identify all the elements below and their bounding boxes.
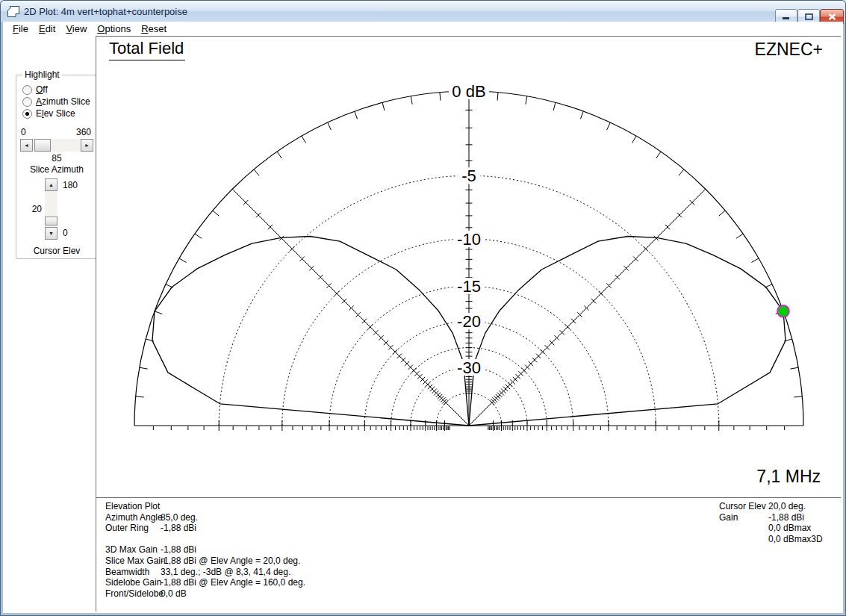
azimuth-max-label: 360 — [76, 127, 91, 137]
cursor-elev-caption: Cursor Elev — [16, 246, 97, 256]
ring-label--5dB: -5 — [461, 167, 476, 185]
maximize-icon — [805, 13, 813, 20]
slice-azimuth-left-arrow[interactable]: ◄ — [20, 139, 33, 152]
polar-plot: 0 dB-5-10-15-20-30 — [96, 37, 841, 497]
arc-tick-110deg — [355, 111, 358, 119]
window-title: 2D Plot: 4m vert+tophat+counterpoise — [24, 6, 187, 17]
arc-tick-150deg — [179, 258, 187, 263]
ring-label--30dB: -30 — [457, 358, 481, 377]
radio-label: Elev Slice — [36, 108, 75, 119]
title-bar[interactable]: 2D Plot: 4m vert+tophat+counterpoise — [1, 1, 845, 22]
arc-tick-105deg — [382, 102, 385, 111]
arc-tick-120deg — [302, 136, 306, 143]
status-value: -1,88 dBi @ Elev Angle = 20,0 deg. — [161, 556, 300, 566]
azimuth-min-label: 0 — [21, 127, 26, 137]
menu-bar: FileEditViewOptionsReset — [3, 22, 843, 36]
arc-tick-80deg — [526, 96, 527, 105]
status-label: Cursor Elev — [719, 501, 766, 511]
close-icon — [828, 13, 836, 20]
highlight-group-label: Highlight — [22, 69, 62, 80]
cursor-elev-max-label: 180 — [63, 180, 78, 190]
plot-title: Total Field — [109, 39, 185, 60]
status-label: Beamwidth — [105, 567, 149, 577]
arc-tick-135deg — [232, 189, 238, 195]
status-label: Front/Sidelobe — [105, 588, 164, 599]
status-value: 33,1 deg.; -3dB @ 8,3, 41,4 deg. — [161, 567, 290, 577]
radio-label: Azimuth Slice — [36, 96, 90, 107]
cursor-elev-value: 20 — [27, 204, 42, 214]
status-value: -1,88 dBi @ Elev Angle = 160,0 deg. — [161, 577, 305, 588]
slice-azimuth-caption: Slice Azimuth — [16, 164, 97, 175]
menu-edit[interactable]: Edit — [34, 22, 60, 37]
arc-tick-145deg — [195, 234, 202, 238]
status-panel: Elevation PlotAzimuth Angle85,0 deg.Oute… — [96, 497, 841, 612]
spoke-45deg — [469, 189, 706, 426]
status-value: -1,88 dBi — [768, 512, 804, 523]
arc-tick-30deg — [751, 258, 759, 263]
eznec-2d-plot-window: 2D Plot: 4m vert+tophat+counterpoise Fil… — [0, 0, 846, 616]
radio-dot[interactable] — [22, 85, 32, 95]
radio-elev-slice[interactable]: Elev Slice — [22, 108, 75, 119]
spoke-135deg — [232, 189, 469, 426]
arc-tick-115deg — [328, 122, 332, 130]
slice-azimuth-right-arrow[interactable]: ► — [81, 139, 93, 152]
slice-azimuth-slider-thumb[interactable] — [34, 139, 51, 152]
arc-tick-50deg — [679, 169, 684, 175]
arc-tick-75deg — [553, 102, 556, 111]
window-icon — [7, 6, 19, 17]
arc-tick-175deg — [136, 396, 144, 397]
arc-tick-160deg — [155, 311, 162, 314]
menu-reset[interactable]: Reset — [136, 22, 172, 37]
arc-tick-65deg — [607, 122, 611, 130]
status-label: Sidelobe Gain — [105, 577, 161, 588]
client-area: Highlight OffAzimuth SliceElev Slice 0 3… — [3, 36, 843, 613]
menu-file[interactable]: File — [7, 22, 34, 37]
eznec-brand-label: EZNEC+ — [755, 40, 823, 60]
arc-tick-170deg — [140, 367, 148, 369]
cursor-elev-scrollbar-thumb[interactable] — [45, 217, 57, 225]
status-value: 85,0 deg. — [161, 512, 198, 523]
status-label: Elevation Plot — [105, 501, 160, 511]
radio-label: Off — [36, 84, 48, 95]
arc-tick-40deg — [719, 211, 725, 216]
status-value: -1,88 dBi — [161, 544, 196, 555]
cursor-elev-min-label: 0 — [63, 228, 68, 238]
status-label: 3D Max Gain — [105, 544, 158, 555]
ring-label--10dB: -10 — [457, 230, 481, 249]
ring-label--20dB: -20 — [457, 312, 481, 331]
radio-off[interactable]: Off — [22, 84, 48, 95]
arc-tick-35deg — [736, 234, 743, 238]
menu-options[interactable]: Options — [92, 22, 136, 37]
cursor-elev-down-arrow[interactable]: ▼ — [45, 227, 57, 240]
status-value: 0,0 dB — [161, 588, 187, 599]
ring-label-0dB: 0 dB — [452, 82, 485, 101]
slice-azimuth-value: 85 — [16, 153, 97, 164]
arc-tick-60deg — [632, 136, 637, 143]
cursor-dot[interactable] — [777, 305, 789, 317]
status-label: Azimuth Angle — [105, 512, 163, 523]
highlight-groupbox: Highlight OffAzimuth SliceElev Slice 0 3… — [16, 75, 98, 259]
radio-dot[interactable] — [22, 97, 32, 107]
status-label: Slice Max Gain — [105, 556, 166, 566]
plot-canvas[interactable]: 0 dB-5-10-15-20-30 Total Field EZNEC+ 7,… — [96, 37, 841, 497]
status-value: -1,88 dBi — [161, 523, 196, 533]
arc-tick-140deg — [213, 211, 219, 216]
arc-tick-10deg — [790, 367, 798, 369]
plot-frame: 0 dB-5-10-15-20-30 Total Field EZNEC+ 7,… — [96, 36, 841, 612]
arc-tick-130deg — [254, 169, 259, 175]
radio-azimuth-slice[interactable]: Azimuth Slice — [22, 96, 90, 107]
radio-dot[interactable] — [22, 109, 32, 119]
frequency-label: 7,1 MHz — [756, 467, 821, 487]
status-label: Outer Ring — [105, 523, 149, 533]
ring-label--15dB: -15 — [457, 277, 481, 296]
status-value: 0,0 dBmax3D — [768, 534, 823, 544]
arc-tick-70deg — [580, 111, 583, 119]
menu-view[interactable]: View — [60, 22, 92, 37]
arc-tick-95deg — [440, 93, 441, 101]
arc-tick-55deg — [656, 152, 661, 158]
arc-tick-85deg — [497, 93, 498, 101]
cursor-elev-up-arrow[interactable]: ▲ — [45, 178, 57, 191]
status-value: 20,0 deg. — [768, 501, 806, 511]
arc-tick-45deg — [700, 189, 706, 195]
arc-tick-100deg — [411, 96, 412, 105]
